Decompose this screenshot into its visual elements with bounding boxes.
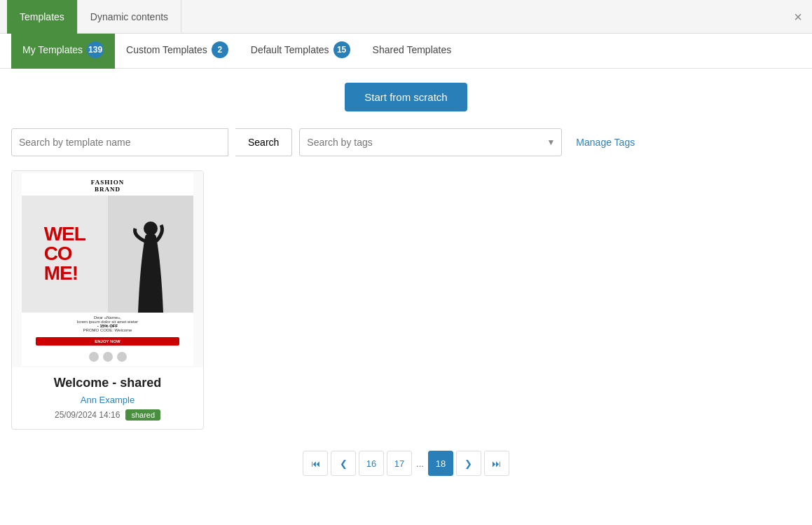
search-tags-input[interactable]	[299, 128, 562, 156]
instagram-icon	[117, 352, 127, 362]
facebook-icon	[89, 352, 99, 362]
tab-dynamic-contents-label: Dynamic contents	[90, 11, 168, 22]
next-page-button[interactable]: ❯	[456, 451, 481, 476]
sub-tab-my-templates-label: My Templates	[22, 44, 83, 55]
welcome-text: WELCOME!	[41, 221, 88, 286]
sub-tabs-bar: My Templates 139 Custom Templates 2 Defa…	[0, 34, 812, 69]
email-footer-icons	[22, 348, 193, 366]
templates-grid: FASHIONBRAND WELCOME!	[11, 170, 801, 430]
my-templates-badge: 139	[87, 41, 104, 58]
template-name: Welcome - shared	[22, 376, 193, 390]
sub-tab-default-templates-label: Default Templates	[251, 44, 329, 55]
email-promo-code: PROMO CODE: Welcome	[26, 328, 189, 332]
email-right-panel	[108, 196, 194, 313]
email-left-panel: WELCOME!	[22, 196, 108, 313]
prev-page-button[interactable]: ❮	[331, 451, 356, 476]
template-info: Welcome - shared Ann Example 25/09/2024 …	[12, 367, 203, 429]
custom-templates-badge: 2	[212, 41, 228, 58]
last-page-button[interactable]: ⏭	[484, 451, 509, 476]
tab-dynamic-contents[interactable]: Dynamic contents	[78, 0, 181, 34]
manage-tags-link[interactable]: Manage Tags	[576, 137, 635, 148]
template-date: 25/09/2024 14:16	[55, 410, 120, 420]
app-container: Templates Dynamic contents × My Template…	[0, 0, 812, 525]
search-button[interactable]: Search	[235, 128, 292, 156]
template-card: FASHIONBRAND WELCOME!	[11, 170, 204, 430]
pagination: ⏮ ❮ 16 17 ... 18 ❯ ⏭	[11, 430, 801, 490]
email-cta-button: ENJOY NOW	[36, 337, 179, 346]
email-body: Dear «Name», lorem ipsum dolor sit amet …	[22, 313, 193, 335]
shared-badge: shared	[125, 409, 160, 421]
first-page-button[interactable]: ⏮	[303, 451, 328, 476]
search-row: Search ▼ Manage Tags	[11, 128, 801, 156]
sub-tab-custom-templates[interactable]: Custom Templates 2	[115, 34, 240, 69]
email-brand-header: FASHIONBRAND	[22, 173, 193, 196]
main-content: Start from scratch Search ▼ Manage Tags …	[0, 69, 812, 504]
start-from-scratch-button[interactable]: Start from scratch	[345, 83, 467, 111]
default-templates-badge: 15	[333, 41, 350, 58]
pagination-ellipsis: ...	[415, 458, 425, 469]
sub-tab-shared-templates-label: Shared Templates	[373, 44, 452, 55]
header-tabs: Templates Dynamic contents ×	[0, 0, 812, 34]
page-16-button[interactable]: 16	[359, 451, 384, 476]
sub-tab-custom-templates-label: Custom Templates	[126, 44, 207, 55]
close-button[interactable]: ×	[794, 10, 802, 24]
twitter-icon	[103, 352, 113, 362]
email-main-image: WELCOME!	[22, 196, 193, 313]
sub-tab-default-templates[interactable]: Default Templates 15	[240, 34, 362, 69]
email-preview: FASHIONBRAND WELCOME!	[22, 173, 193, 366]
template-meta: 25/09/2024 14:16 shared	[22, 409, 193, 421]
template-preview: FASHIONBRAND WELCOME!	[12, 171, 203, 367]
page-18-button[interactable]: 18	[428, 451, 453, 476]
search-name-input[interactable]	[11, 128, 228, 156]
tab-templates-label: Templates	[20, 11, 64, 22]
sub-tab-shared-templates[interactable]: Shared Templates	[362, 34, 463, 69]
sub-tab-my-templates[interactable]: My Templates 139	[11, 34, 115, 69]
model-silhouette	[130, 221, 172, 313]
template-author: Ann Example	[22, 395, 193, 405]
tab-templates[interactable]: Templates	[7, 0, 78, 34]
search-tags-wrapper: ▼	[299, 128, 562, 156]
page-17-button[interactable]: 17	[387, 451, 412, 476]
